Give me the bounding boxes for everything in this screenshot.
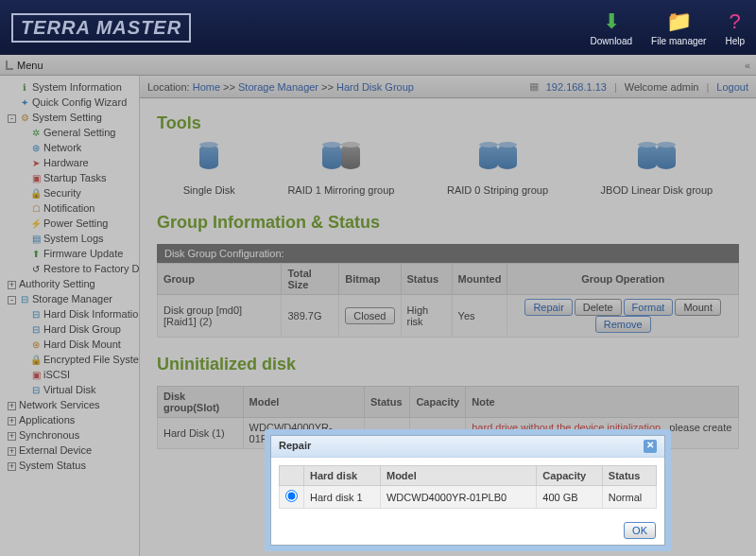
logo: TERRA MASTER xyxy=(11,13,591,43)
table-row: Hard disk 1 WDCWD4000YR-01PLB0 400 GB No… xyxy=(280,486,657,509)
help-icon: ? xyxy=(725,9,745,34)
help-button[interactable]: ?Help xyxy=(725,9,745,46)
dialog-title: Repair xyxy=(279,440,311,453)
filemanager-button[interactable]: 📁File manager xyxy=(651,9,706,46)
close-icon[interactable]: ✕ xyxy=(644,440,657,453)
column-header: Capacity xyxy=(537,466,602,486)
app-header: TERRA MASTER ⬇Download📁File manager?Help xyxy=(0,0,756,55)
column-header: Hard disk xyxy=(304,466,381,486)
ok-button[interactable]: OK xyxy=(624,522,656,539)
column-header: Status xyxy=(602,466,656,486)
download-button[interactable]: ⬇Download xyxy=(591,9,632,46)
dialog-table: Hard diskModelCapacityStatus Hard disk 1… xyxy=(279,465,657,509)
disk-radio[interactable] xyxy=(285,490,298,502)
column-header: Model xyxy=(380,466,536,486)
download-icon: ⬇ xyxy=(591,9,632,34)
repair-dialog: Repair ✕ Hard diskModelCapacityStatus Ha… xyxy=(265,429,671,551)
column-header xyxy=(280,466,304,486)
filemanager-icon: 📁 xyxy=(651,9,706,34)
